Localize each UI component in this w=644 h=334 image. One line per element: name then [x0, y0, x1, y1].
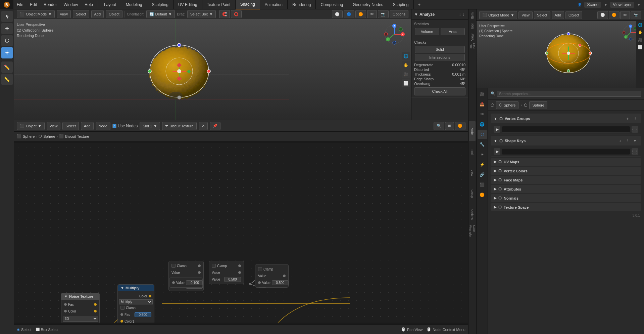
prop-icon-particles[interactable]: ✴ [478, 150, 487, 159]
tab-sculpting[interactable]: Sculpting [147, 0, 174, 9]
vg-options-btn[interactable]: ⋮ [632, 115, 638, 122]
prop-icon-view[interactable]: 👁 [478, 110, 487, 119]
material-btn[interactable]: ❤ Biscuit Texture [162, 122, 196, 130]
prop-icon-scene[interactable]: 🌐 [478, 120, 487, 129]
shading-rendered-btn[interactable]: 🟠 [355, 10, 366, 18]
scene-name[interactable]: Scene [584, 2, 601, 8]
vp-icon-camera[interactable]: ⬜ [402, 79, 410, 87]
prop-icon-render[interactable]: 🎥 [478, 89, 487, 99]
node-select-btn[interactable]: Select [62, 122, 79, 130]
node-tab-wrangler[interactable]: Node Wrangler [469, 225, 476, 245]
prop-icon-object[interactable]: ⬛ [478, 180, 487, 190]
vg-nav-down[interactable]: ⋮⋮ [632, 126, 638, 133]
mode-selector[interactable]: ⬛ Object Mode ▼ [17, 10, 55, 18]
mini-strip3[interactable]: 🎥 [637, 36, 644, 43]
top-value3-out[interactable] [238, 271, 241, 274]
noise-color-socket[interactable] [64, 310, 67, 312]
tab-layout[interactable]: Layout [99, 0, 121, 9]
prop-icon-constraints[interactable]: 🔗 [478, 170, 487, 179]
node-tab-group[interactable]: Group [469, 183, 476, 204]
vg-add-btn[interactable]: + [624, 115, 631, 122]
noise-fac-out[interactable] [94, 303, 97, 306]
mini-overlay[interactable]: 👁 [620, 11, 630, 19]
mini-camera[interactable]: 📷 [631, 11, 641, 19]
vp-icon-zoom[interactable]: 🎥 [402, 70, 410, 78]
top-value1-out[interactable] [198, 271, 201, 274]
node-view-btn[interactable]: View [47, 122, 61, 130]
menu-file[interactable]: File [13, 0, 27, 9]
overlays-btn[interactable]: 👁 [367, 10, 377, 18]
multiply-fac-value[interactable]: 0.500 [135, 312, 151, 317]
shape-keys-header[interactable]: ▼ ⬡ Shape Keys + ⋮ ▼ [491, 136, 641, 145]
object-btn[interactable]: Object [106, 10, 122, 18]
vg-nav-btn[interactable]: ▶ [494, 126, 500, 133]
sphere-data-btn[interactable]: Sphere [529, 101, 547, 109]
mini-shading2[interactable]: 🟠 [609, 11, 620, 19]
tool-annotate[interactable]: ✏️ [1, 61, 13, 73]
node-browse-btn[interactable]: ✕ [199, 122, 208, 130]
attributes-header[interactable]: ▶ ⬡ Attributes [491, 185, 641, 193]
prop-icon-physics[interactable]: ⚡ [478, 160, 487, 169]
snap-btn[interactable]: 🧲 [219, 10, 230, 18]
mini-add-btn[interactable]: Add [552, 11, 564, 19]
intersections-btn[interactable]: Intersections [415, 54, 465, 61]
sk-nav-down[interactable]: ⋮⋮ [632, 148, 638, 155]
mini-strip4[interactable]: ⬜ [637, 44, 644, 50]
top-value4-val[interactable]: 0.500 [224, 277, 241, 282]
prop-icon-output[interactable]: 📤 [478, 99, 487, 109]
tool-measure[interactable]: 📏 [1, 74, 13, 85]
multiply-color1-socket[interactable] [120, 320, 123, 323]
top-clamp2-out[interactable] [238, 264, 241, 267]
top-right-val2-socket[interactable] [258, 281, 261, 284]
tab-compositing[interactable]: Compositing [316, 0, 348, 9]
add-workspace-btn[interactable]: + [415, 0, 424, 9]
noise-color-out[interactable] [94, 310, 97, 312]
tab-rendering[interactable]: Rendering [288, 0, 316, 9]
tab-uv-editing[interactable]: UV Editing [174, 0, 202, 9]
node-tab-node[interactable]: Node [469, 121, 476, 141]
tab-shading[interactable]: Shading [236, 0, 260, 9]
mini-strip2[interactable]: ✋ [637, 29, 644, 36]
node-top-right[interactable]: Clamp Value Value 0.500 [255, 264, 289, 288]
mini-select-btn[interactable]: Select [534, 11, 550, 19]
viewport-3d[interactable]: Z X Y [14, 19, 411, 120]
tool-rotate[interactable] [1, 35, 13, 46]
proportional-btn[interactable]: ⭕ [231, 10, 242, 18]
mini-obj-btn[interactable]: Object [565, 11, 582, 19]
multiply-clamp-check[interactable] [120, 306, 125, 310]
slot-btn[interactable]: Slot 1▼ [140, 122, 160, 130]
vertex-colors-header[interactable]: ▶ ⬡ Vertex Colors [491, 167, 641, 174]
tab-animation[interactable]: Animation [260, 0, 288, 9]
vp-icon-orbit[interactable]: 🌐 [402, 52, 410, 60]
tab-scripting[interactable]: Scripting [388, 0, 414, 9]
node-top-clamp2[interactable]: Clamp Value Value 0.500 [209, 261, 244, 284]
node-multiply[interactable]: ▼ Multiply Color Multiply [117, 284, 154, 323]
node-tab-view[interactable]: View [469, 163, 476, 183]
menu-edit[interactable]: Edit [27, 0, 40, 9]
mini-view-btn[interactable]: View [518, 11, 533, 19]
sk-add-btn[interactable]: + [617, 137, 624, 144]
menu-window[interactable]: Window [60, 0, 81, 9]
multiply-fac-socket[interactable] [120, 313, 123, 316]
top-right-clamp-check[interactable] [258, 267, 262, 271]
use-nodes-checkbox[interactable]: ✓ [112, 124, 116, 128]
top-clamp2-check[interactable] [212, 264, 216, 268]
node-type-btn[interactable]: ⬛ Object ▼ [17, 122, 45, 130]
area-btn[interactable]: Area [441, 28, 465, 35]
tool-label-icon[interactable]: Tool [469, 22, 476, 32]
options-btn[interactable]: Options [390, 10, 408, 18]
noise-fac-socket[interactable] [64, 303, 67, 306]
analyze-arrow[interactable]: ▼ [414, 12, 418, 17]
multiply-color-out[interactable] [149, 295, 151, 297]
node-tab-tool[interactable]: Tool [469, 142, 476, 162]
node-top-value-mult[interactable]: Value -0.100 [169, 278, 203, 288]
analyze-menu[interactable]: ⋮⋮ [458, 12, 465, 17]
tab-modeling[interactable]: Modeling [121, 0, 147, 9]
multiply-dropdown[interactable]: Multiply [119, 299, 153, 304]
prop-icon-object-data[interactable]: ⬡ [478, 130, 487, 139]
top-right-val-out[interactable] [283, 275, 286, 277]
top-clamp1-check[interactable] [171, 264, 176, 268]
shading-material-btn[interactable]: 🔵 [344, 10, 354, 18]
sk-options-btn[interactable]: ⋮ [624, 137, 631, 144]
check-all-btn[interactable]: Check All [414, 87, 465, 95]
